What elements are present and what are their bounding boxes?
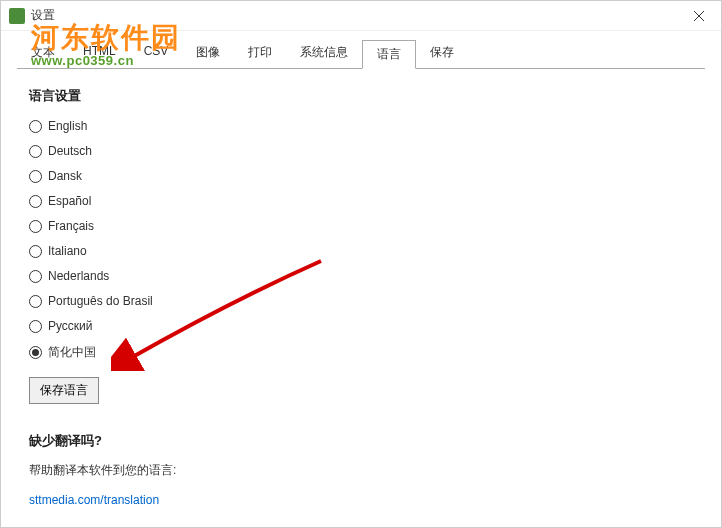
radio-icon [29, 346, 42, 359]
language-option-label: Nederlands [48, 269, 109, 283]
tab-content: 语言设置 EnglishDeutschDanskEspañolFrançaisI… [1, 69, 721, 525]
language-option[interactable]: Nederlands [29, 269, 693, 283]
radio-icon [29, 295, 42, 308]
language-option[interactable]: Português do Brasil [29, 294, 693, 308]
language-option-label: Italiano [48, 244, 87, 258]
language-option-label: English [48, 119, 87, 133]
close-icon [694, 11, 704, 21]
missing-translation-section: 缺少翻译吗? 帮助翻译本软件到您的语言: sttmedia.com/transl… [29, 432, 693, 507]
radio-icon [29, 195, 42, 208]
language-option[interactable]: Español [29, 194, 693, 208]
language-option[interactable]: Dansk [29, 169, 693, 183]
tab-图像[interactable]: 图像 [182, 39, 234, 68]
language-option-label: Français [48, 219, 94, 233]
radio-icon [29, 320, 42, 333]
missing-title: 缺少翻译吗? [29, 432, 693, 450]
translation-link[interactable]: sttmedia.com/translation [29, 493, 159, 507]
app-icon [9, 8, 25, 24]
settings-window: 设置 河东软件园 www.pc0359.cn 文本HTMLCSV图像打印系统信息… [0, 0, 722, 528]
language-option-label: Русский [48, 319, 93, 333]
tab-打印[interactable]: 打印 [234, 39, 286, 68]
tab-csv[interactable]: CSV [130, 39, 183, 68]
language-option-label: Deutsch [48, 144, 92, 158]
language-option-label: Português do Brasil [48, 294, 153, 308]
language-option[interactable]: Italiano [29, 244, 693, 258]
language-section-title: 语言设置 [29, 87, 693, 105]
tab-html[interactable]: HTML [69, 39, 130, 68]
radio-icon [29, 120, 42, 133]
titlebar: 设置 [1, 1, 721, 31]
tab-语言[interactable]: 语言 [362, 40, 416, 69]
tab-文本[interactable]: 文本 [17, 39, 69, 68]
language-option[interactable]: 简化中国 [29, 344, 693, 361]
language-radio-list: EnglishDeutschDanskEspañolFrançaisItalia… [29, 119, 693, 361]
radio-icon [29, 145, 42, 158]
radio-icon [29, 270, 42, 283]
close-button[interactable] [676, 1, 721, 31]
tab-系统信息[interactable]: 系统信息 [286, 39, 362, 68]
language-option-label: Español [48, 194, 91, 208]
save-language-button[interactable]: 保存语言 [29, 377, 99, 404]
tab-保存[interactable]: 保存 [416, 39, 468, 68]
radio-icon [29, 170, 42, 183]
language-option[interactable]: English [29, 119, 693, 133]
radio-icon [29, 220, 42, 233]
tab-bar: 文本HTMLCSV图像打印系统信息语言保存 [17, 39, 721, 68]
language-option[interactable]: Русский [29, 319, 693, 333]
radio-icon [29, 245, 42, 258]
language-option[interactable]: Deutsch [29, 144, 693, 158]
window-title: 设置 [31, 7, 55, 24]
language-option-label: 简化中国 [48, 344, 96, 361]
missing-text: 帮助翻译本软件到您的语言: [29, 462, 693, 479]
language-option-label: Dansk [48, 169, 82, 183]
language-option[interactable]: Français [29, 219, 693, 233]
